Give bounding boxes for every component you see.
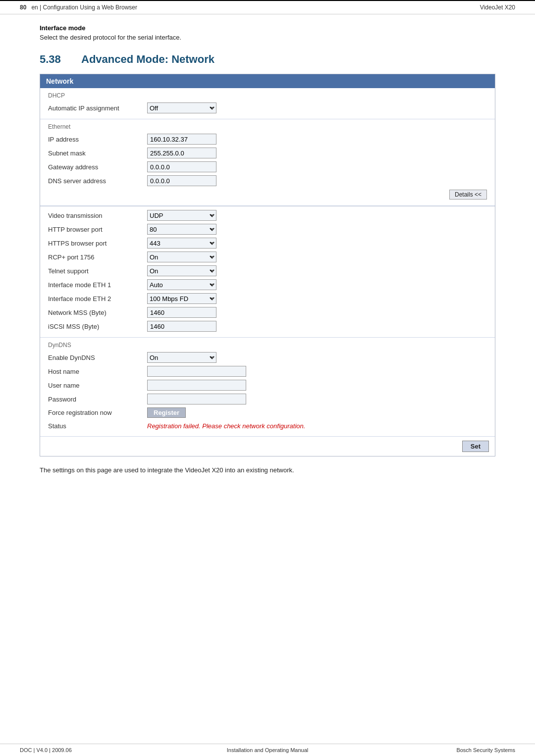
- header: 80 en | Configuration Using a Web Browse…: [0, 0, 535, 14]
- footer-center: Installation and Operating Manual: [185, 747, 350, 753]
- rcp-port-select[interactable]: On Off: [147, 252, 216, 262]
- iscsi-mss-row: iSCSI MSS (Byte): [48, 319, 487, 333]
- gateway-address-input[interactable]: [147, 161, 216, 172]
- dhcp-label: DHCP: [48, 92, 487, 99]
- subnet-mask-label: Subnet mask: [48, 150, 147, 157]
- https-port-select[interactable]: 443 8443: [147, 238, 216, 249]
- dns-server-control: [147, 175, 216, 186]
- video-transmission-select-wrapper[interactable]: UDP TCP HTTP: [147, 210, 216, 221]
- telnet-support-select-wrapper[interactable]: On Off: [147, 265, 216, 276]
- subnet-mask-control: [147, 148, 216, 158]
- interface-mode-description: Select the desired protocol for the seri…: [40, 34, 495, 41]
- dyndns-label: DynDNS: [48, 342, 487, 349]
- subnet-mask-input[interactable]: [147, 148, 216, 158]
- bottom-description: The settings on this page are used to in…: [40, 466, 495, 474]
- footer: DOC | V4.0 | 2009.06 Installation and Op…: [0, 744, 535, 756]
- enable-dyndns-select[interactable]: On Off: [147, 352, 216, 363]
- network-mss-label: Network MSS (Byte): [48, 309, 147, 316]
- force-registration-control: Register: [147, 407, 186, 418]
- iscsi-mss-input[interactable]: [147, 321, 216, 332]
- dns-server-row: DNS server address: [48, 174, 487, 188]
- enable-dyndns-select-wrapper[interactable]: On Off: [147, 352, 216, 363]
- username-control: [147, 380, 246, 391]
- network-mss-input[interactable]: [147, 307, 216, 318]
- main-content: Interface mode Select the desired protoc…: [0, 14, 535, 504]
- interface-eth2-select-wrapper[interactable]: Auto 10 Mbps HD 10 Mbps FD 100 Mbps HD 1…: [147, 293, 216, 304]
- enable-dyndns-label: Enable DynDNS: [48, 354, 147, 361]
- https-port-control: 443 8443: [147, 238, 216, 249]
- section-number: 5.38: [40, 53, 69, 66]
- ip-address-label: IP address: [48, 136, 147, 143]
- rcp-port-label: RCP+ port 1756: [48, 253, 147, 261]
- interface-eth1-control: Auto 10 Mbps HD 10 Mbps FD 100 Mbps HD 1…: [147, 279, 216, 290]
- status-text: Registration failed. Please check networ…: [147, 422, 305, 430]
- video-transmission-label: Video transmission: [48, 212, 147, 219]
- gateway-address-row: Gateway address: [48, 160, 487, 174]
- automatic-ip-label: Automatic IP assignment: [48, 104, 147, 112]
- password-input[interactable]: [147, 394, 246, 404]
- hostname-control: [147, 366, 246, 377]
- interface-eth2-select[interactable]: Auto 10 Mbps HD 10 Mbps FD 100 Mbps HD 1…: [147, 293, 216, 304]
- section-title: Advanced Mode: Network: [81, 53, 214, 66]
- automatic-ip-select-wrapper[interactable]: Off On: [147, 102, 216, 113]
- network-panel: Network DHCP Automatic IP assignment Off…: [40, 74, 495, 456]
- interface-eth1-select[interactable]: Auto 10 Mbps HD 10 Mbps FD 100 Mbps HD 1…: [147, 279, 216, 290]
- status-label: Status: [48, 422, 147, 430]
- set-button[interactable]: Set: [462, 441, 489, 452]
- hostname-label: Host name: [48, 368, 147, 375]
- video-transmission-select[interactable]: UDP TCP HTTP: [147, 210, 216, 221]
- username-input[interactable]: [147, 380, 246, 391]
- network-panel-header: Network: [40, 74, 495, 88]
- rcp-port-select-wrapper[interactable]: On Off: [147, 252, 216, 262]
- page-number: 80: [20, 4, 26, 11]
- dns-server-input[interactable]: [147, 175, 216, 186]
- automatic-ip-select[interactable]: Off On: [147, 102, 216, 113]
- interface-eth1-row: Interface mode ETH 1 Auto 10 Mbps HD 10 …: [48, 278, 487, 292]
- gateway-address-label: Gateway address: [48, 163, 147, 171]
- ethernet-label: Ethernet: [48, 123, 487, 130]
- ip-address-control: [147, 134, 216, 145]
- http-port-control: 80 8080: [147, 224, 216, 235]
- https-port-select-wrapper[interactable]: 443 8443: [147, 238, 216, 249]
- https-port-row: HTTPS browser port 443 8443: [48, 236, 487, 250]
- header-left-text: en | Configuration Using a Web Browser: [31, 4, 137, 11]
- dns-server-label: DNS server address: [48, 177, 147, 185]
- network-mss-control: [147, 307, 216, 318]
- panel-body: DHCP Automatic IP assignment Off On: [40, 88, 495, 456]
- hostname-row: Host name: [48, 364, 487, 378]
- register-button[interactable]: Register: [147, 407, 186, 418]
- http-port-label: HTTP browser port: [48, 226, 147, 233]
- ip-address-input[interactable]: [147, 134, 216, 145]
- interface-mode-title: Interface mode: [40, 24, 495, 32]
- hostname-input[interactable]: [147, 366, 246, 377]
- password-row: Password: [48, 392, 487, 406]
- force-registration-label: Force registration now: [48, 409, 147, 416]
- gateway-address-control: [147, 161, 216, 172]
- automatic-ip-control: Off On: [147, 102, 216, 113]
- http-port-select[interactable]: 80 8080: [147, 224, 216, 235]
- header-left: 80 en | Configuration Using a Web Browse…: [20, 4, 137, 11]
- video-transmission-control: UDP TCP HTTP: [147, 210, 216, 221]
- telnet-support-control: On Off: [147, 265, 216, 276]
- interface-eth2-row: Interface mode ETH 2 Auto 10 Mbps HD 10 …: [48, 292, 487, 305]
- ethernet-group: Ethernet IP address Subnet mask Gateway …: [40, 119, 495, 206]
- section-heading: 5.38 Advanced Mode: Network: [40, 53, 495, 66]
- username-row: User name: [48, 378, 487, 392]
- telnet-support-label: Telnet support: [48, 267, 147, 275]
- username-label: User name: [48, 382, 147, 389]
- video-transmission-row: Video transmission UDP TCP HTTP: [48, 208, 487, 222]
- interface-eth1-select-wrapper[interactable]: Auto 10 Mbps HD 10 Mbps FD 100 Mbps HD 1…: [147, 279, 216, 290]
- telnet-support-select[interactable]: On Off: [147, 265, 216, 276]
- http-port-select-wrapper[interactable]: 80 8080: [147, 224, 216, 235]
- iscsi-mss-label: iSCSI MSS (Byte): [48, 323, 147, 330]
- iscsi-mss-control: [147, 321, 216, 332]
- footer-left: DOC | V4.0 | 2009.06: [20, 747, 185, 753]
- password-control: [147, 394, 246, 404]
- details-group: Video transmission UDP TCP HTTP HTTP bro…: [40, 206, 495, 338]
- details-button[interactable]: Details <<: [449, 190, 487, 200]
- status-row: Status Registration failed. Please check…: [48, 419, 487, 432]
- interface-mode-section: Interface mode Select the desired protoc…: [40, 24, 495, 41]
- rcp-port-control: On Off: [147, 252, 216, 262]
- http-port-row: HTTP browser port 80 8080: [48, 222, 487, 236]
- dhcp-group: DHCP Automatic IP assignment Off On: [40, 88, 495, 119]
